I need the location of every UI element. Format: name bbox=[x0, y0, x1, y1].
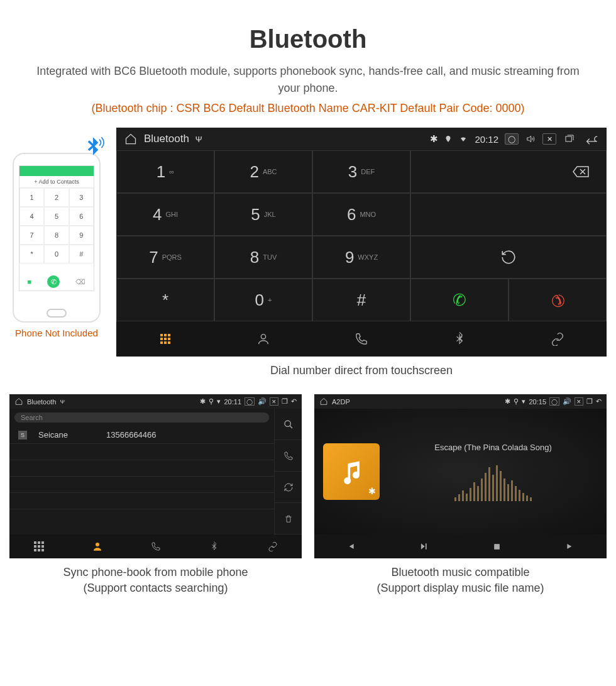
clock-time: 20:12 bbox=[475, 134, 498, 145]
volume-icon[interactable]: 🔊 bbox=[258, 397, 267, 406]
volume-icon[interactable] bbox=[525, 134, 536, 144]
tab-bluetooth[interactable] bbox=[185, 534, 243, 558]
close-icon[interactable]: ✕ bbox=[542, 133, 556, 145]
svg-rect-0 bbox=[566, 136, 571, 141]
tab-link[interactable] bbox=[509, 321, 607, 357]
close-icon[interactable]: ✕ bbox=[575, 397, 583, 406]
phone-home-button bbox=[47, 309, 67, 318]
key-5[interactable]: 5JKL bbox=[214, 193, 312, 236]
bluetooth-icon: ✱ bbox=[430, 133, 438, 145]
volume-icon[interactable]: 🔊 bbox=[563, 397, 571, 406]
contact-row[interactable]: S Seicane 13566664466 bbox=[9, 426, 274, 444]
call-button[interactable]: ✆ bbox=[410, 279, 509, 321]
hangup-button[interactable]: ✆ bbox=[509, 279, 607, 321]
contact-row bbox=[9, 493, 274, 509]
status-bar: A2DP ✱ ⚲ ▾ 20:15 ◯ 🔊 ✕ ❐ ↶ bbox=[314, 394, 607, 409]
recent-icon[interactable] bbox=[563, 134, 576, 144]
search-input[interactable]: Search bbox=[14, 412, 269, 423]
tab-link[interactable] bbox=[243, 534, 302, 558]
wifi-icon: ▾ bbox=[522, 397, 525, 406]
bluetooth-signal-icon bbox=[80, 135, 106, 160]
search-icon[interactable] bbox=[274, 409, 302, 440]
contact-row bbox=[9, 477, 274, 493]
camera-icon[interactable]: ◯ bbox=[549, 397, 559, 406]
home-icon[interactable] bbox=[124, 133, 138, 145]
key-3[interactable]: 3DEF bbox=[312, 150, 410, 193]
contacts-screen: Bluetooth Ψ ✱ ⚲ ▾ 20:11 ◯ 🔊 ✕ ❐ ↶ Search bbox=[9, 394, 302, 558]
key-0[interactable]: 0+ bbox=[214, 279, 312, 321]
bluetooth-spec-info: (Bluetooth chip : CSR BC6 Default Blueto… bbox=[9, 102, 607, 115]
home-icon[interactable] bbox=[319, 397, 328, 406]
key-6[interactable]: 6MNO bbox=[312, 193, 410, 236]
back-icon[interactable]: ↶ bbox=[596, 397, 602, 406]
tab-calls[interactable] bbox=[126, 534, 185, 558]
sync-icon[interactable] bbox=[274, 472, 302, 503]
location-icon: ⚲ bbox=[209, 397, 214, 406]
recent-icon[interactable]: ❐ bbox=[282, 397, 288, 406]
tab-calls[interactable] bbox=[312, 321, 410, 357]
bottom-nav bbox=[116, 321, 607, 357]
backspace-icon[interactable] bbox=[572, 165, 591, 179]
play-pause-button[interactable] bbox=[387, 534, 460, 558]
history-button[interactable] bbox=[410, 236, 607, 279]
key-1[interactable]: 1∞ bbox=[116, 150, 214, 193]
album-art: ✱ bbox=[323, 443, 380, 500]
tab-contacts[interactable] bbox=[214, 321, 312, 357]
key-9[interactable]: 9WXYZ bbox=[312, 236, 410, 279]
next-button[interactable] bbox=[534, 534, 607, 558]
delete-icon[interactable] bbox=[274, 503, 302, 534]
usb-icon: Ψ bbox=[60, 399, 65, 405]
app-title: A2DP bbox=[332, 398, 350, 406]
key-hash[interactable]: # bbox=[312, 279, 410, 321]
call-icon[interactable] bbox=[274, 440, 302, 472]
key-4[interactable]: 4GHI bbox=[116, 193, 214, 236]
bottom-nav bbox=[9, 534, 302, 558]
number-display bbox=[410, 150, 607, 193]
phone-illustration: + Add to Contacts 123 456 789 *0# ■ ✆ ⌫ … bbox=[9, 128, 104, 338]
dialpad: 1∞ 2ABC 3DEF 4GHI 5JKL 6MNO 7PQRS 8TUV 9… bbox=[116, 150, 607, 321]
camera-icon[interactable]: ◯ bbox=[245, 397, 255, 406]
main-caption: Dial number direct from touchscreen bbox=[116, 363, 607, 379]
phone-dialpad: 123 456 789 *0# bbox=[19, 188, 94, 263]
location-icon: ⚲ bbox=[514, 397, 519, 406]
tab-dialpad[interactable] bbox=[9, 534, 68, 558]
prev-button[interactable] bbox=[314, 534, 387, 558]
back-icon[interactable] bbox=[583, 133, 599, 145]
phone-device: + Add to Contacts 123 456 789 *0# ■ ✆ ⌫ bbox=[13, 153, 101, 323]
music-screen: A2DP ✱ ⚲ ▾ 20:15 ◯ 🔊 ✕ ❐ ↶ ✱ bbox=[314, 394, 607, 558]
key-7[interactable]: 7PQRS bbox=[116, 236, 214, 279]
page-subtitle: Integrated with BC6 Bluetooth module, su… bbox=[35, 63, 581, 97]
call-icon: ✆ bbox=[47, 275, 60, 288]
key-star[interactable]: * bbox=[116, 279, 214, 321]
tab-dialpad[interactable] bbox=[116, 321, 214, 357]
home-icon[interactable] bbox=[14, 397, 23, 406]
music-caption: Bluetooth music compatible(Support displ… bbox=[314, 565, 607, 596]
visualizer bbox=[388, 463, 598, 501]
key-8[interactable]: 8TUV bbox=[214, 236, 312, 279]
backspace-icon: ⌫ bbox=[75, 278, 85, 286]
tab-contacts[interactable] bbox=[68, 534, 126, 558]
back-icon[interactable]: ↶ bbox=[291, 397, 297, 406]
phone-caption: Phone Not Included bbox=[9, 328, 104, 338]
status-bar: Bluetooth Ψ ✱ 20:12 ◯ ✕ bbox=[116, 128, 607, 150]
svg-point-3 bbox=[96, 543, 99, 546]
add-contacts-label: + Add to Contacts bbox=[19, 176, 94, 188]
page-title: Bluetooth bbox=[9, 25, 607, 53]
app-title: Bluetooth bbox=[144, 133, 189, 145]
tab-bluetooth[interactable] bbox=[410, 321, 509, 357]
main-dialer-screen: Bluetooth Ψ ✱ 20:12 ◯ ✕ 1∞ 2ABC bbox=[116, 128, 607, 357]
svg-point-2 bbox=[285, 421, 290, 426]
phone-status-bar bbox=[19, 166, 94, 176]
video-icon: ■ bbox=[28, 278, 32, 285]
stop-button[interactable] bbox=[461, 534, 534, 558]
recent-icon[interactable]: ❐ bbox=[586, 397, 593, 406]
contact-row bbox=[9, 460, 274, 477]
usb-icon: Ψ bbox=[195, 135, 202, 144]
bluetooth-icon: ✱ bbox=[505, 397, 510, 406]
status-bar: Bluetooth Ψ ✱ ⚲ ▾ 20:11 ◯ 🔊 ✕ ❐ ↶ bbox=[9, 394, 302, 409]
camera-icon[interactable]: ◯ bbox=[505, 133, 519, 145]
close-icon[interactable]: ✕ bbox=[270, 397, 278, 406]
contact-number: 13566664466 bbox=[106, 430, 157, 440]
key-2[interactable]: 2ABC bbox=[214, 150, 312, 193]
bluetooth-icon: ✱ bbox=[200, 397, 206, 406]
